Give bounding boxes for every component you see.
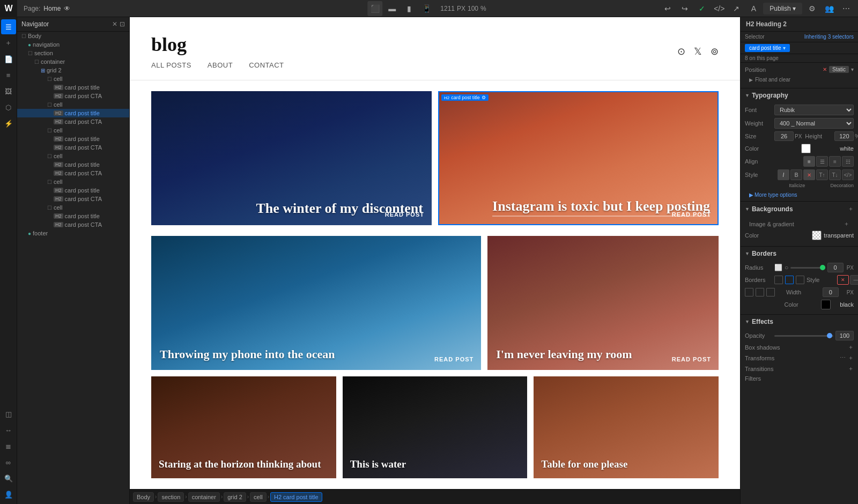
card-4-cta[interactable]: READ POST	[672, 356, 711, 362]
integrations-tool[interactable]: ∞	[1, 455, 16, 470]
border-sq-right[interactable]	[796, 276, 804, 284]
nav-item-cell1[interactable]: ☐ cell	[17, 75, 129, 83]
card-4[interactable]: I'm never leaving my room READ POST	[487, 236, 719, 370]
code-btn[interactable]: </>	[842, 169, 854, 180]
border-style-none-btn[interactable]: ✕	[837, 275, 849, 285]
nav-item-card-title-3[interactable]: H2 card post title	[17, 135, 129, 143]
nav-item-card-title-5[interactable]: H2 card post title	[17, 186, 129, 195]
nav-item-container[interactable]: ☐ container	[17, 57, 129, 66]
typography-section-header[interactable]: ▼ Typography	[741, 88, 858, 102]
nav-contact[interactable]: CONTACT	[249, 61, 284, 69]
navigator-tool[interactable]: ☰	[1, 19, 16, 34]
nav-item-grid2[interactable]: ⊞ grid 2	[17, 66, 129, 75]
breadcrumb-cell[interactable]: cell	[250, 492, 267, 502]
border-sq-top[interactable]	[785, 276, 794, 284]
redo-btn[interactable]: ↪	[677, 1, 692, 16]
page-name[interactable]: Home	[43, 5, 61, 12]
card-3[interactable]: Throwing my phone into the ocean READ PO…	[151, 236, 481, 370]
ai-btn[interactable]: A	[746, 1, 761, 16]
nav-item-section[interactable]: ☐ section	[17, 49, 129, 57]
add-box-shadow-btn[interactable]: ＋	[848, 343, 854, 351]
nav-item-cell5[interactable]: ☐ cell	[17, 177, 129, 186]
height-input[interactable]	[834, 131, 854, 141]
add-image-gradient-btn[interactable]: ＋	[844, 220, 849, 228]
align-justify-btn[interactable]: ☷	[842, 156, 854, 167]
publish-button[interactable]: Position Publish ▾	[763, 3, 802, 14]
logic-tool[interactable]: ⚡	[1, 116, 16, 131]
position-clear-icon[interactable]: ✕	[823, 66, 827, 72]
nav-item-card-cta-1[interactable]: H2 card post CTA	[17, 92, 129, 100]
add-transition-btn[interactable]: ＋	[848, 365, 854, 373]
font-select[interactable]: Rubik	[774, 105, 854, 115]
border-style-solid-btn[interactable]: —	[850, 275, 858, 285]
nav-item-footer[interactable]: ● footer	[17, 229, 129, 238]
nav-item-card-cta-5[interactable]: H2 card post CTA	[17, 195, 129, 203]
selector-chip[interactable]: card post title ▾	[745, 44, 790, 52]
breadcrumb-grid2[interactable]: grid 2	[224, 492, 246, 502]
settings-btn[interactable]: ⚙	[804, 1, 819, 16]
add-element-tool[interactable]: ＋	[1, 35, 16, 50]
radius-slider[interactable]	[790, 267, 825, 269]
nav-item-cell2[interactable]: ☐ cell	[17, 100, 129, 109]
desktop-view-btn[interactable]: ⬛	[367, 1, 382, 16]
layers-tool[interactable]: ◫	[1, 406, 16, 421]
nav-item-card-cta-2[interactable]: H2 card post CTA	[17, 117, 129, 126]
check-btn[interactable]: ✓	[694, 1, 709, 16]
strikethrough-btn[interactable]: ✕	[803, 169, 815, 180]
breadcrumb-section[interactable]: section	[158, 492, 184, 502]
undo-btn[interactable]: ↩	[660, 1, 675, 16]
nav-item-card-cta-6[interactable]: H2 card post CTA	[17, 220, 129, 229]
card-2-cta[interactable]: READ POST	[672, 211, 711, 218]
breadcrumb-body[interactable]: Body	[133, 492, 154, 502]
nav-all-posts[interactable]: ALL POSTS	[151, 61, 191, 69]
nav-item-cell3[interactable]: ☐ cell	[17, 126, 129, 135]
nav-item-card-title-4[interactable]: H2 card post title	[17, 160, 129, 169]
subscript-btn[interactable]: T↓	[829, 169, 841, 180]
align-left-btn[interactable]: ≡	[803, 156, 815, 167]
card-1[interactable]: The winter of my discontent READ POST	[151, 91, 432, 225]
card-6[interactable]: This is water	[343, 376, 528, 478]
align-center-btn[interactable]: ☰	[816, 156, 828, 167]
nav-item-cell6[interactable]: ☐ cell	[17, 203, 129, 212]
size-input[interactable]	[774, 131, 794, 141]
breadcrumb-card-title[interactable]: H2 card post title	[270, 492, 322, 502]
cms-tool[interactable]: ≡	[1, 68, 16, 83]
gear-icon[interactable]: ⚙	[482, 95, 486, 100]
card-5[interactable]: Staring at the horizon thinking about	[151, 376, 336, 478]
nav-item-card-cta-4[interactable]: H2 card post CTA	[17, 169, 129, 177]
breakpoints-tool[interactable]: ≣	[1, 439, 16, 454]
github-icon[interactable]: ⊚	[711, 46, 719, 57]
nav-item-card-title-2[interactable]: H2 card post title	[17, 109, 129, 117]
nav-item-card-cta-3[interactable]: H2 card post CTA	[17, 143, 129, 152]
interactions-tool[interactable]: ↔	[1, 423, 16, 438]
bold-btn[interactable]: B	[790, 169, 802, 180]
expand-icon[interactable]: ⊡	[120, 20, 125, 28]
border-sq-2c[interactable]	[766, 288, 775, 297]
border-sq-2a[interactable]	[745, 288, 753, 297]
card-3-cta[interactable]: READ POST	[434, 356, 474, 362]
nav-about[interactable]: ABOUT	[208, 61, 233, 69]
color-swatch[interactable]	[801, 144, 811, 153]
tablet-portrait-btn[interactable]: ▮	[402, 1, 417, 16]
position-value[interactable]: Static	[829, 66, 849, 73]
border-sq-all[interactable]	[774, 276, 783, 284]
card-2[interactable]: H2 card post title ⚙ Instagram is toxic …	[438, 91, 719, 225]
pages-tool[interactable]: 📄	[1, 51, 16, 66]
twitter-icon[interactable]: 𝕏	[694, 46, 702, 57]
nav-item-card-title-6[interactable]: H2 card post title	[17, 212, 129, 220]
users-btn[interactable]: 👥	[822, 1, 837, 16]
backgrounds-section-header[interactable]: ▼ Backgrounds ＋	[741, 201, 858, 216]
account-tool[interactable]: 👤	[1, 487, 16, 502]
border-sq-2b[interactable]	[756, 288, 764, 297]
card-1-cta[interactable]: READ POST	[385, 211, 424, 218]
instagram-icon[interactable]: ⊙	[677, 46, 685, 57]
code-btn[interactable]: </>	[712, 1, 727, 16]
tablet-landscape-btn[interactable]: ▬	[384, 1, 400, 16]
transparent-swatch[interactable]	[812, 231, 822, 240]
nav-item-body[interactable]: ☐ Body	[17, 32, 129, 40]
borders-section-header[interactable]: ▼ Borders	[741, 246, 858, 261]
card-7[interactable]: Table for one please	[534, 376, 719, 478]
effects-section-header[interactable]: ▼ Effects	[741, 314, 858, 329]
border-width-input[interactable]	[823, 287, 839, 297]
search-tool[interactable]: 🔍	[1, 471, 16, 486]
